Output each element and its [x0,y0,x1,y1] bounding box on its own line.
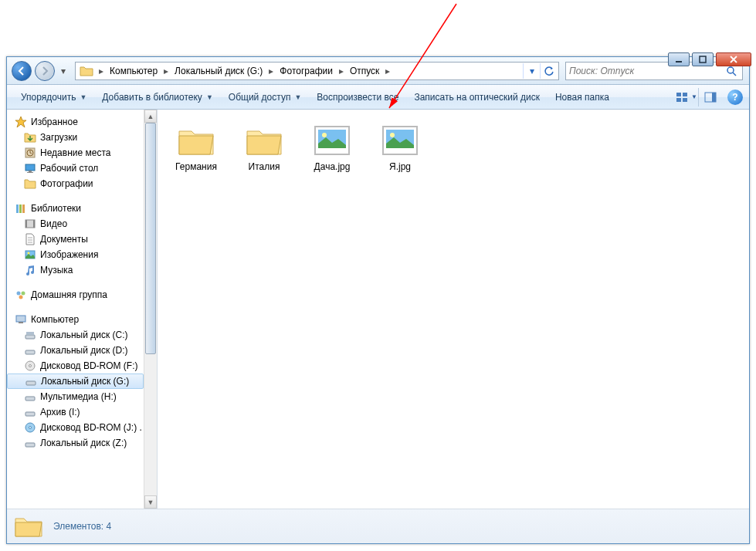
folder-icon [13,513,44,539]
svg-point-45 [390,133,395,137]
svg-point-24 [17,292,21,296]
svg-rect-6 [683,93,687,96]
help-button[interactable]: ? [727,90,743,105]
svg-rect-34 [26,381,36,385]
sidebar-item-documents[interactable]: Документы [7,232,144,247]
nav-back-button[interactable] [12,61,32,81]
include-in-library-menu[interactable]: Добавить в библиотеку▼ [94,85,220,109]
minimize-button[interactable] [668,52,690,66]
drive-icon [24,390,36,403]
drive-icon [24,437,36,449]
file-label: Италия [249,161,280,172]
svg-rect-31 [25,350,35,354]
sidebar-item-drive-f[interactable]: Дисковод BD-ROM (F:) [7,358,144,374]
preview-pane-button[interactable] [698,88,721,106]
search-icon[interactable] [724,66,739,76]
file-label: Германия [175,161,217,172]
image-thumbnail [378,122,422,159]
favorites-group[interactable]: Избранное [7,114,144,130]
window-controls [668,52,751,66]
star-icon [15,116,27,128]
svg-rect-1 [676,61,682,63]
scroll-down-button[interactable]: ▼ [144,495,157,509]
svg-rect-5 [676,93,681,96]
breadcrumb-item[interactable]: Фотографии [276,63,336,79]
sidebar-item-downloads[interactable]: Загрузки [7,130,144,145]
disc-icon [24,421,36,434]
sidebar-item-drive-g[interactable]: Локальный диск (G:) [7,374,144,389]
sidebar-item-pictures[interactable]: Изображения [7,247,144,262]
maximize-button[interactable] [692,52,714,66]
video-icon [24,218,36,230]
image-item[interactable]: Я.jpg [368,119,432,175]
close-button[interactable] [716,52,751,66]
svg-rect-2 [700,56,706,63]
search-input[interactable] [569,66,724,76]
scroll-up-button[interactable]: ▲ [144,110,157,123]
sidebar-item-drive-h[interactable]: Мультимедиа (H:) [7,389,144,404]
scroll-thumb[interactable] [145,123,156,354]
drive-icon [24,406,36,418]
folder-item[interactable]: Италия [232,119,297,175]
svg-point-26 [19,296,23,299]
sidebar-item-photos[interactable]: Фотографии [7,176,144,191]
nav-history-dropdown[interactable]: ▾ [58,61,69,81]
nav-forward-button[interactable] [35,61,55,81]
navigation-pane: Избранное Загрузки Недавние места Рабочи… [7,110,158,509]
folder-icon [24,131,36,144]
libraries-group[interactable]: Библиотеки [7,201,144,216]
body-area: Избранное Загрузки Недавние места Рабочи… [7,110,749,509]
sidebar-item-desktop[interactable]: Рабочий стол [7,161,144,176]
svg-rect-21 [33,220,35,228]
sidebar-item-drive-c[interactable]: Локальный диск (C:) [7,327,144,343]
view-options-button[interactable]: ▼ [675,88,698,106]
share-menu[interactable]: Общий доступ▼ [221,85,310,109]
file-list[interactable]: ГерманияИталияДача.jpgЯ.jpg [158,110,749,509]
new-folder-button[interactable]: Новая папка [548,85,617,109]
sidebar-scrollbar[interactable]: ▲ ▼ [144,110,157,509]
image-item[interactable]: Дача.jpg [300,119,364,175]
drive-icon [24,344,36,357]
breadcrumb-item[interactable]: Отпуск [347,63,382,79]
document-icon [24,233,36,245]
image-thumbnail [310,122,354,159]
recent-icon [24,147,36,159]
homegroup-icon [15,289,27,301]
homegroup[interactable]: Домашняя группа [7,287,144,303]
sidebar-item-drive-d[interactable]: Локальный диск (D:) [7,343,144,358]
sidebar-item-drive-j[interactable]: Дисковод BD-ROM (J:) . [7,420,144,435]
svg-rect-17 [19,205,22,213]
address-dropdown[interactable]: ▾ [523,63,540,79]
sidebar-item-music[interactable]: Музыка [7,262,144,278]
sidebar-item-videos[interactable]: Видео [7,216,144,232]
svg-line-4 [733,73,736,76]
breadcrumb-item[interactable]: Компьютер [107,63,161,79]
sidebar-item-recent[interactable]: Недавние места [7,145,144,161]
organize-menu[interactable]: Упорядочить▼ [13,85,94,109]
toolbar: Упорядочить▼ Добавить в библиотеку▼ Общи… [7,85,749,110]
breadcrumb-sep[interactable]: ▸ [382,63,393,79]
sidebar-item-drive-i[interactable]: Архив (I:) [7,404,144,420]
refresh-button[interactable] [540,63,557,79]
play-all-button[interactable]: Воспроизвести все [309,85,406,109]
folder-icon [242,122,286,159]
drive-icon [25,375,37,387]
svg-rect-39 [25,443,35,447]
breadcrumb-root-sep[interactable]: ▸ [96,63,107,79]
address-bar[interactable]: ▸ Компьютер ▸ Локальный диск (G:) ▸ Фото… [75,62,559,80]
burn-disc-button[interactable]: Записать на оптический диск [406,85,548,109]
computer-group[interactable]: Компьютер [7,312,144,327]
svg-rect-27 [16,316,25,322]
sidebar-item-drive-z[interactable]: Локальный диск (Z:) [7,435,144,451]
pictures-icon [24,248,36,261]
folder-item[interactable]: Германия [164,119,229,175]
svg-rect-29 [25,335,35,339]
computer-icon [15,313,27,326]
libraries-icon [15,202,27,215]
breadcrumb-item[interactable]: Локальный диск (G:) [171,63,266,79]
breadcrumb-sep[interactable]: ▸ [266,63,276,79]
svg-point-38 [29,427,32,429]
svg-rect-16 [16,205,19,213]
breadcrumb-sep[interactable]: ▸ [336,63,347,79]
breadcrumb-sep[interactable]: ▸ [161,63,171,79]
